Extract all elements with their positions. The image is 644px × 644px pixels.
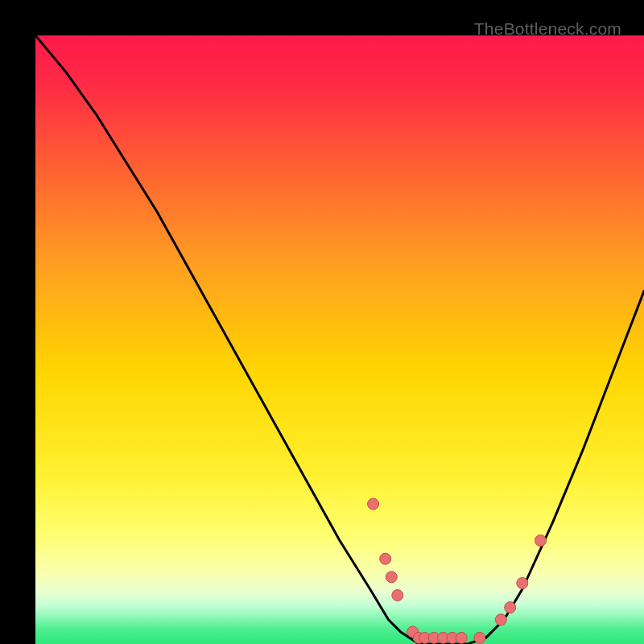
data-dot: [380, 553, 391, 564]
data-dot: [505, 602, 516, 613]
bottleneck-curve-chart: [35, 35, 644, 644]
data-dot: [535, 535, 547, 547]
data-dot: [368, 498, 379, 510]
data-dot: [392, 590, 403, 601]
watermark-text: TheBottleneck.com: [474, 19, 621, 39]
data-dot: [474, 632, 485, 643]
data-dot: [456, 632, 467, 643]
data-dot: [495, 614, 506, 625]
data-dot: [517, 577, 528, 588]
gradient-background: [35, 35, 644, 644]
data-dot: [386, 572, 397, 583]
chart-frame: TheBottleneck.com: [18, 18, 626, 626]
